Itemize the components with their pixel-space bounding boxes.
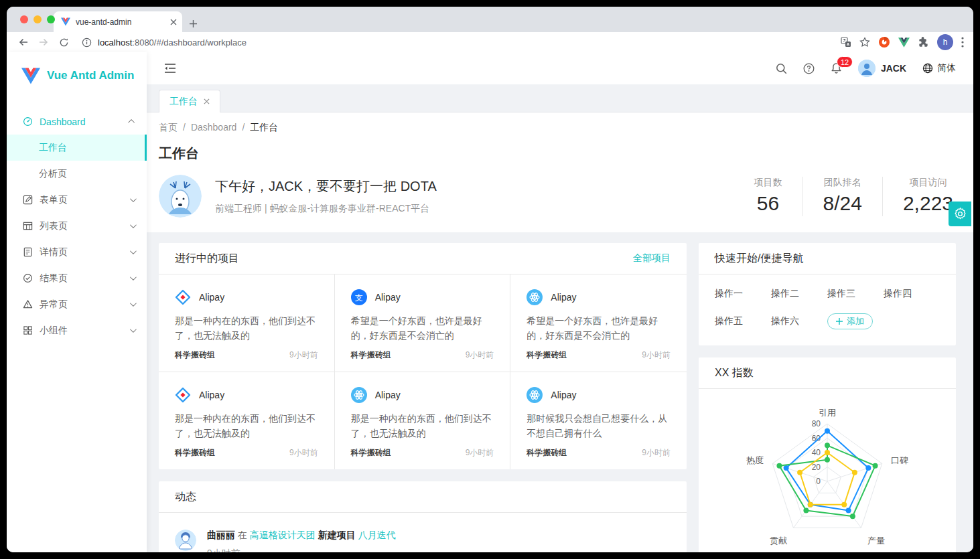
quicknav-op-6[interactable]: 操作六 (771, 315, 827, 327)
project-group-link[interactable]: 科学搬砖组 (351, 349, 391, 361)
tab-workbench[interactable]: 工作台 (159, 90, 220, 112)
activity-card: 动态 曲丽丽 在 高 (159, 481, 687, 552)
quicknav-add-button[interactable]: 添加 (827, 313, 873, 329)
quicknav-op-4[interactable]: 操作四 (884, 288, 940, 300)
project-time: 9小时前 (642, 447, 671, 459)
svg-text:引用: 引用 (819, 408, 836, 418)
maximize-window-button[interactable] (47, 15, 55, 23)
address-bar[interactable]: localhost:8080/#/dashboard/workplace (82, 37, 838, 48)
page-info-icon[interactable] (82, 37, 92, 48)
project-card[interactable]: 支 Alipay 希望是一个好东西，也许是最好的，好东西是不会消亡的 科学搬砖组… (335, 274, 511, 372)
project-name[interactable]: Alipay (375, 390, 401, 400)
project-group-link[interactable]: 科学搬砖组 (527, 349, 567, 361)
activity-title: 动态 (175, 490, 196, 504)
activity-target-link[interactable]: 八月迭代 (358, 530, 396, 540)
browser-window: vue-antd-admin localhost:8080/#/dashboar… (7, 7, 973, 552)
project-desc: 希望是一个好东西，也许是最好的，好东西是不会消亡的 (527, 313, 671, 343)
extension-orange-icon[interactable] (878, 36, 890, 48)
all-projects-link[interactable]: 全部项目 (633, 252, 671, 264)
menu-fold-icon[interactable] (164, 63, 176, 74)
minimize-window-button[interactable] (33, 15, 42, 23)
extensions-puzzle-icon[interactable] (918, 37, 929, 48)
browser-profile-avatar[interactable]: h (937, 34, 953, 50)
quicknav-op-5[interactable]: 操作五 (715, 315, 771, 327)
forward-icon[interactable] (35, 33, 52, 51)
search-icon[interactable] (776, 63, 787, 74)
browser-tab[interactable]: vue-antd-admin (54, 11, 182, 32)
quicknav-op-1[interactable]: 操作一 (715, 288, 771, 300)
project-name[interactable]: Alipay (375, 292, 401, 303)
sidebar: Vue Antd Admin Dashboard 工作台 分析页 表单页 (7, 52, 147, 552)
project-group-link[interactable]: 科学搬砖组 (175, 349, 215, 361)
close-window-button[interactable] (20, 15, 28, 23)
tab-close-icon[interactable] (170, 19, 177, 25)
project-name[interactable]: Alipay (551, 390, 576, 400)
sidebar-item-list[interactable]: 列表页 (7, 213, 147, 239)
vue-favicon (61, 17, 70, 26)
project-time: 9小时前 (289, 447, 318, 459)
page-header: 首页 / Dashboard / 工作台 工作台 下午好，JACK，要不要打一把… (147, 112, 973, 232)
sidebar-item-analysis[interactable]: 分析页 (7, 161, 147, 187)
breadcrumb-current: 工作台 (250, 122, 278, 134)
sidebar-item-detail[interactable]: 详情页 (7, 239, 147, 265)
activity-user[interactable]: 曲丽丽 (207, 530, 235, 540)
url-text[interactable]: localhost:8080/#/dashboard/workplace (98, 37, 247, 48)
help-question-icon[interactable] (803, 63, 815, 74)
window-controls (20, 15, 55, 23)
stat-team-rank: 团队排名 8/24 (803, 177, 883, 216)
breadcrumb-separator: / (242, 122, 244, 134)
vue-devtools-icon[interactable] (898, 37, 910, 48)
quicknav-op-3[interactable]: 操作三 (827, 288, 884, 300)
sidebar-item-widgets[interactable]: 小组件 (7, 317, 147, 343)
activity-group-link[interactable]: 高逼格设计天团 (250, 530, 316, 540)
plus-icon (836, 318, 843, 325)
chevron-down-icon (130, 326, 137, 333)
notification-bell-icon[interactable]: 12 (831, 62, 842, 74)
project-name[interactable]: Alipay (551, 292, 576, 303)
quicknav-op-2[interactable]: 操作二 (771, 288, 827, 300)
project-group-link[interactable]: 科学搬砖组 (175, 447, 215, 459)
tab-close-icon[interactable] (204, 98, 210, 104)
user-avatar (858, 60, 876, 77)
new-tab-button[interactable] (189, 19, 198, 28)
project-name[interactable]: Alipay (199, 390, 224, 400)
project-time: 9小时前 (466, 447, 494, 459)
project-card[interactable]: Alipay 那时候我只会想自己想要什么，从不想自己拥有什么 科学搬砖组 9小时… (510, 372, 687, 469)
page-content: 进行中的项目 全部项目 Alipay 那是一种内在的东西，他们到达不了，也无法触… (147, 232, 973, 552)
sidebar-item-workbench[interactable]: 工作台 (7, 135, 147, 161)
chevron-down-icon (130, 274, 137, 281)
breadcrumb-home[interactable]: 首页 (159, 122, 178, 134)
settings-gear-button[interactable] (949, 202, 971, 226)
breadcrumb-section[interactable]: Dashboard (191, 122, 237, 134)
quicknav-grid: 操作一 操作二 操作三 操作四 操作五 操作六 添加 (699, 274, 956, 345)
reload-icon[interactable] (55, 33, 72, 51)
app-title: Vue Antd Admin (47, 69, 134, 82)
warning-triangle-icon (23, 299, 33, 309)
project-card[interactable]: Alipay 那是一种内在的东西，他们到达不了，也无法触及的 科学搬砖组 9小时… (159, 274, 335, 372)
project-name[interactable]: Alipay (199, 292, 224, 303)
globe-icon (922, 63, 933, 74)
project-time: 9小时前 (642, 349, 671, 361)
sidebar-item-dashboard[interactable]: Dashboard (7, 108, 147, 135)
project-group-link[interactable]: 科学搬砖组 (527, 447, 567, 459)
sidebar-item-exception[interactable]: 异常页 (7, 291, 147, 317)
greeting-text: 下午好，JACK，要不要打一把 DOTA (215, 177, 437, 195)
user-menu[interactable]: JACK (858, 60, 906, 77)
project-card[interactable]: Alipay 希望是一个好东西，也许是最好的，好东西是不会消亡的 科学搬砖组 9… (510, 274, 687, 372)
activity-item: 曲丽丽 在 高逼格设计天团 新建项目 八月迭代 9小时前 (175, 518, 671, 552)
project-group-link[interactable]: 科学搬砖组 (351, 447, 391, 459)
project-card[interactable]: Alipay 那是一种内在的东西，他们到达不了，也无法触及的 科学搬砖组 9小时… (159, 372, 335, 469)
app-logo[interactable]: Vue Antd Admin (7, 60, 147, 91)
back-icon[interactable] (15, 33, 32, 51)
breadcrumb-separator: / (183, 122, 186, 134)
bookmark-star-icon[interactable] (859, 37, 870, 48)
sidebar-item-form[interactable]: 表单页 (7, 187, 147, 213)
svg-text:支: 支 (355, 293, 363, 303)
atom-logo-icon (527, 289, 543, 305)
browser-menu-kebab-icon[interactable] (961, 37, 964, 48)
sidebar-item-result[interactable]: 结果页 (7, 265, 147, 291)
breadcrumb: 首页 / Dashboard / 工作台 (159, 122, 956, 134)
language-switcher[interactable]: 简体 (922, 62, 956, 74)
project-card[interactable]: Alipay 那是一种内在的东西，他们到达不了，也无法触及的 科学搬砖组 9小时… (335, 372, 511, 469)
translate-icon[interactable] (841, 37, 851, 48)
